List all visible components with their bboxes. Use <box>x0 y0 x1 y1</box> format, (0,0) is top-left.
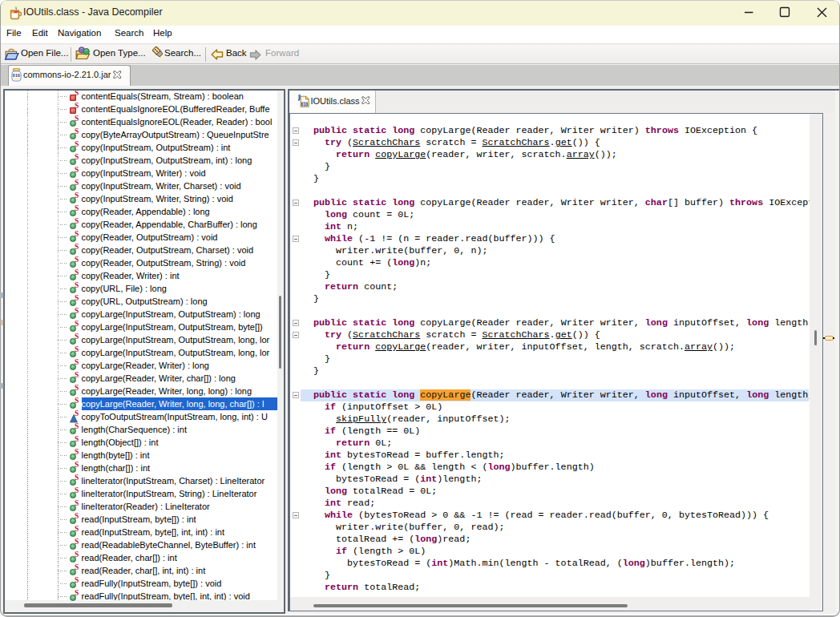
svg-text:010: 010 <box>13 72 20 77</box>
svg-text:010: 010 <box>301 102 308 107</box>
